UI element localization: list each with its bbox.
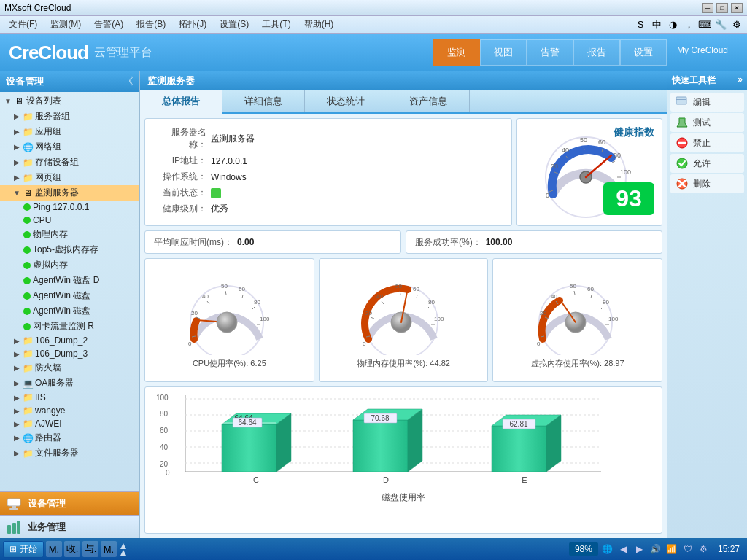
tree-item-disk2[interactable]: AgentWin 磁盘 [0, 288, 139, 303]
sogou-icon: S [633, 18, 648, 31]
sidebar-collapse-button[interactable]: 《 [123, 75, 133, 88]
status-dot-green [23, 246, 31, 254]
menu-report[interactable]: 报告(B) [131, 17, 171, 32]
svg-text:80: 80 [614, 152, 621, 159]
tree-item-dump3[interactable]: ▶ 📁 106_Dump_3 [0, 347, 139, 360]
tree-item-ajwei[interactable]: ▶ 📁 AJWEI [0, 417, 139, 430]
taskbar-app2[interactable]: 收. [64, 541, 80, 557]
taskbar-app3[interactable]: 与. [82, 541, 98, 557]
menu-help[interactable]: 帮助(H) [298, 17, 340, 32]
tree-arrow: ▶ [12, 143, 22, 151]
business-management-button[interactable]: 业务管理 [0, 515, 139, 538]
taskbar-right: 98% 🌐 ◀ ▶ 🔊 📶 🛡 ⚙ 15:27 [569, 542, 744, 556]
tree-item-servers[interactable]: ▶ 📁 服务器组 [0, 109, 139, 124]
tab-detail-info[interactable]: 详细信息 [222, 90, 305, 112]
sys-tray-icon: ⚙ [697, 542, 711, 556]
tree-item-devices[interactable]: ▼ 🖥 设备列表 [0, 93, 139, 109]
status-dot-green [23, 323, 31, 330]
tab-overall-report[interactable]: 总体报告 [140, 90, 222, 114]
toolbar-expand-icon[interactable]: » [738, 74, 743, 87]
svg-line-26 [207, 301, 209, 304]
tree-item-monitor-server[interactable]: ▼ 🖥 监测服务器 [0, 185, 139, 201]
tree-item-web[interactable]: ▶ 📁 网页组 [0, 170, 139, 185]
status-dot-green [23, 292, 31, 300]
tree-item-apps[interactable]: ▶ 📁 应用组 [0, 124, 139, 139]
minimize-button[interactable]: ─ [702, 3, 713, 13]
menu-monitor[interactable]: 监测(M) [44, 17, 87, 32]
tab-status-stats[interactable]: 状态统计 [305, 90, 387, 112]
tree-item-disk3[interactable]: AgentWin 磁盘 [0, 303, 139, 319]
tree-item-router[interactable]: ▶ 🌐 路由器 [0, 430, 139, 446]
svg-text:C: C [253, 475, 259, 484]
tree-item-firewall[interactable]: ▶ 📁 防火墙 [0, 360, 139, 376]
svg-rect-88 [222, 424, 276, 472]
maximize-button[interactable]: □ [716, 3, 728, 13]
dump2-icon: 📁 [22, 335, 34, 346]
tree-item-dump2[interactable]: ▶ 📁 106_Dump_2 [0, 334, 139, 347]
vmem-gauge-panel: 0 20 40 50 60 80 100 [492, 258, 662, 382]
taskbar-app4[interactable]: M. [101, 541, 117, 557]
svg-text:40: 40 [160, 443, 169, 451]
toolbar-delete-button[interactable]: 删除 [670, 174, 744, 193]
toolbar-edit-button[interactable]: 编辑 [670, 93, 744, 112]
taskbar-performance: 98% [569, 542, 598, 556]
nav-tab-report[interactable]: 报告 [573, 39, 620, 66]
tree-item-netflow[interactable]: 网卡流量监测 R [0, 319, 139, 334]
taskbar-app1[interactable]: M. [46, 541, 62, 557]
wangye-icon: 📁 [22, 405, 34, 416]
svg-text:20: 20 [551, 163, 558, 170]
tree-item-vmem[interactable]: 虚拟内存 [0, 257, 139, 273]
allow-icon [675, 157, 689, 170]
nav-tab-alert[interactable]: 告警 [527, 39, 573, 66]
tree-item-disk1[interactable]: AgentWin 磁盘 D [0, 273, 139, 288]
sound-icon: 🔊 [649, 542, 662, 556]
firewall-icon: 📁 [22, 363, 34, 373]
tree-item-ping[interactable]: Ping 127.0.0.1 [0, 201, 139, 214]
tree-item-network[interactable]: ▶ 🌐 网络组 [0, 139, 139, 155]
svg-text:D: D [383, 475, 389, 484]
nav-mycloud[interactable]: My CreCloud [667, 39, 738, 66]
menu-file[interactable]: 文件(F) [3, 17, 43, 32]
tree-item-fileserver[interactable]: ▶ 📁 文件服务器 [0, 446, 139, 461]
tree-item-vmem-top5[interactable]: Top5-虚拟内存存 [0, 242, 139, 257]
device-management-button[interactable]: 设备管理 [0, 491, 139, 515]
tree-label: 106_Dump_2 [35, 335, 88, 346]
close-button[interactable]: ✕ [731, 3, 743, 13]
fileserver-icon: 📁 [22, 448, 34, 459]
tree-arrow: ▶ [12, 407, 22, 415]
settings-icon: ⚙ [729, 18, 744, 31]
tree-item-cpu[interactable]: CPU [0, 214, 139, 227]
tree-item-oa[interactable]: ▶ 💻 OA服务器 [0, 376, 139, 391]
status-dot-green [23, 231, 31, 238]
svg-text:80: 80 [603, 299, 609, 306]
menu-topology[interactable]: 拓扑(J) [173, 17, 212, 32]
taskbar-scroll-up[interactable] [119, 542, 128, 556]
nav-tab-monitor[interactable]: 监测 [433, 39, 480, 66]
brandbar: CreCloud 云管理平台 监测 视图 告警 报告 设置 My CreClou… [0, 34, 747, 71]
chart-title: 磁盘使用率 [152, 491, 654, 504]
menu-alert[interactable]: 告警(A) [88, 17, 129, 32]
brand-logo: CreCloud [9, 42, 88, 64]
svg-text:E: E [522, 475, 527, 484]
cpu-gauge-svg: 0 20 40 50 60 80 100 [182, 275, 276, 355]
tree-label: CPU [33, 215, 51, 225]
svg-text:50: 50 [395, 283, 402, 289]
svg-text:50: 50 [570, 283, 576, 289]
svg-text:0: 0 [546, 192, 549, 199]
toolbar-edit-label: 编辑 [693, 96, 711, 109]
tree-item-wangye[interactable]: ▶ 📁 wangye [0, 404, 139, 417]
tab-asset-info[interactable]: 资产信息 [387, 90, 470, 112]
tree-item-phymem[interactable]: 物理内存 [0, 227, 139, 242]
sidebar-tree: ▼ 🖥 设备列表 ▶ 📁 服务器组 ▶ 📁 应用组 ▶ 🌐 网络组 [0, 92, 139, 491]
tree-item-iis[interactable]: ▶ 📁 IIS [0, 391, 139, 404]
menu-settings[interactable]: 设置(S) [214, 17, 255, 32]
tree-item-storage[interactable]: ▶ 📁 存储设备组 [0, 155, 139, 170]
start-button[interactable]: ⊞ 开始 [3, 541, 44, 558]
sidebar: 设备管理 《 ▼ 🖥 设备列表 ▶ 📁 服务器组 ▶ 📁 应用组 [0, 71, 140, 538]
toolbar-allow-button[interactable]: 允许 [670, 154, 744, 173]
nav-tab-view[interactable]: 视图 [480, 39, 527, 66]
toolbar-disable-button[interactable]: 禁止 [670, 133, 744, 152]
menu-tools[interactable]: 工具(T) [256, 17, 296, 32]
toolbar-test-button[interactable]: 测试 [670, 113, 744, 132]
nav-tab-settings[interactable]: 设置 [620, 39, 667, 66]
